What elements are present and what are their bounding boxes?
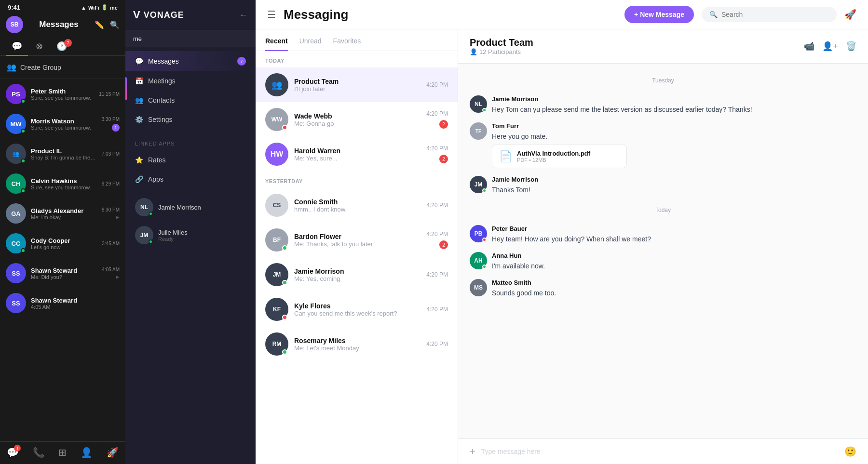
mobile-tab-history[interactable]: 🕐 7	[51, 37, 73, 55]
chat-input[interactable]	[481, 448, 839, 455]
vonage-contact[interactable]: JM Julie Miles Ready	[125, 221, 256, 249]
vonage-menu-meetings[interactable]: 📅 Meetings	[125, 71, 256, 91]
nav-contacts[interactable]: 👤	[81, 447, 93, 458]
vonage-menu-contacts[interactable]: 👥 Contacts	[125, 91, 256, 110]
list-item[interactable]: JM Jamie Morrison Me: Yes, coming 4:20 P…	[256, 257, 458, 292]
nav-rocket[interactable]: 🚀	[107, 447, 119, 458]
chat-participants: 12 Participants	[479, 48, 521, 55]
create-group-button[interactable]: 👥 Create Group	[0, 56, 125, 79]
nav-messages[interactable]: 💬 1	[7, 447, 19, 458]
list-item[interactable]: RM Rosemary Miles Me: Let's meet Monday …	[256, 327, 458, 361]
list-item[interactable]: MW Morris Watson Sure, see you tommorow.…	[0, 109, 125, 139]
avatar: SS	[6, 263, 26, 283]
vonage-section-label: LINKED APPS	[125, 133, 256, 150]
vonage-linked-rates[interactable]: ⭐ Rates	[125, 150, 256, 170]
avatar: JM	[135, 226, 153, 244]
vonage-messages-badge: 7	[237, 57, 246, 66]
avatar: TF	[470, 122, 487, 140]
create-group-label: Create Group	[20, 64, 61, 71]
add-participant-icon[interactable]: 👤+	[822, 41, 838, 52]
vonage-linked-label: Rates	[148, 156, 166, 164]
avatar: NL	[470, 95, 487, 113]
avatar: GA	[6, 203, 26, 224]
mobile-user: me	[110, 5, 118, 11]
new-message-button[interactable]: + New Message	[624, 6, 694, 23]
mobile-header: SB Messages ✏️ 🔍	[0, 13, 125, 37]
add-attachment-icon[interactable]: +	[470, 446, 475, 457]
chat-panel: Product Team 👤 12 Participants 📹 👤+ 🗑️ T…	[458, 29, 868, 464]
hamburger-icon[interactable]: ☰	[267, 9, 276, 20]
main-header: ☰ Messaging + New Message 🔍 🚀	[256, 0, 868, 29]
nav-calls[interactable]: 📞	[33, 447, 45, 458]
list-item[interactable]: CC Cody Cooper Let's go now 3:45 AM	[0, 228, 125, 258]
list-item[interactable]: CS Connie Smith hmm.. I dont know. 4:20 …	[256, 188, 458, 223]
search-icon[interactable]: 🔍	[110, 20, 120, 29]
vonage-contact[interactable]: NL Jamie Morrison	[125, 193, 256, 221]
vonage-menu-label: Meetings	[148, 77, 176, 85]
back-icon[interactable]: ←	[239, 10, 248, 20]
avatar: WW	[265, 108, 288, 131]
messaging-content: Recent Unread Favorites TODAY 👥 Product …	[256, 29, 868, 464]
search-input[interactable]	[721, 11, 818, 18]
list-item[interactable]: HW Harold Warren Me: Yes, sure... 4:20 P…	[256, 137, 458, 172]
avatar: CS	[265, 194, 288, 217]
chat-header: Product Team 👤 12 Participants 📹 👤+ 🗑️	[458, 29, 868, 64]
list-item[interactable]: BF Bardon Flower Me: Thanks, talk to you…	[256, 223, 458, 257]
mobile-panel: 9:41 ▲ WiFi 🔋 me SB Messages ✏️ 🔍 💬 ⊗ 🕐 …	[0, 0, 125, 464]
avatar: JM	[470, 176, 487, 193]
avatar: 👥	[6, 144, 26, 164]
file-attachment: 📄 AuthVia Introduction.pdf PDF • 12MB	[492, 145, 627, 168]
page-title: Messaging	[284, 7, 617, 22]
chat-messages: Tuesday NL Jamie Morrison Hey Tom can yu…	[458, 64, 868, 438]
mobile-tab-messages[interactable]: 💬	[6, 37, 28, 55]
emoji-icon[interactable]: 🙂	[844, 446, 856, 457]
yesterday-label: YESTERTDAY	[256, 172, 458, 188]
tab-unread[interactable]: Unread	[299, 37, 322, 51]
list-item[interactable]: CH Calvin Hawkins Sure, see you tommorow…	[0, 169, 125, 199]
list-item[interactable]: 👥 Product IL Shay B: I'm gonna be there …	[0, 139, 125, 169]
mobile-user-avatar: SB	[6, 16, 23, 33]
list-item[interactable]: PS Peter Smith Sure, see you tommorow. 1…	[0, 79, 125, 109]
tab-favorites[interactable]: Favorites	[333, 37, 361, 51]
mobile-bottom-nav: 💬 1 📞 ⊞ 👤 🚀	[0, 441, 125, 464]
vonage-menu-label: Messages	[148, 57, 179, 65]
list-item[interactable]: GA Gladys Alexander Me: I'm okay. 6:30 P…	[0, 199, 125, 228]
avatar: MW	[6, 114, 26, 134]
today-label: TODAY	[256, 51, 458, 67]
video-call-icon[interactable]: 📹	[804, 41, 814, 52]
vonage-linked-apps[interactable]: 🔗 Apps	[125, 170, 256, 189]
mobile-tab-layers[interactable]: ⊗	[30, 37, 49, 55]
vonage-contact-status: Ready	[158, 236, 188, 242]
vonage-menu-label: Contacts	[148, 96, 175, 104]
mobile-header-icons: ✏️ 🔍	[95, 20, 120, 29]
vonage-panel: V VONAGE ← me 💬 Messages 7 📅 Meetings 👥 …	[125, 0, 256, 464]
rocket-icon[interactable]: 🚀	[844, 9, 856, 20]
pdf-icon: 📄	[499, 150, 512, 163]
vonage-menu-settings[interactable]: ⚙️ Settings	[125, 110, 256, 129]
main-area: ☰ Messaging + New Message 🔍 🚀 Recent Unr…	[256, 0, 868, 464]
delete-icon[interactable]: 🗑️	[846, 41, 856, 52]
tab-recent[interactable]: Recent	[265, 37, 288, 51]
vonage-menu-messages[interactable]: 💬 Messages 7	[125, 51, 256, 71]
mobile-contact-list: PS Peter Smith Sure, see you tommorow. 1…	[0, 79, 125, 447]
list-item[interactable]: 👥 Product Team I'll join later 4:20 PM	[256, 67, 458, 102]
list-item[interactable]: SS Shawn Steward Me: Did you? 4:05 AM ▶	[0, 258, 125, 288]
vonage-header: V VONAGE ←	[125, 0, 256, 30]
nav-grid[interactable]: ⊞	[58, 447, 67, 458]
message-item: JM Jamie Morrison Thanks Tom!	[470, 176, 856, 195]
message-item: TF Tom Furr Here you go mate. 📄 AuthVia …	[470, 122, 856, 168]
compose-icon[interactable]: ✏️	[95, 20, 104, 29]
avatar: CC	[6, 233, 26, 253]
avatar: PB	[470, 225, 487, 242]
search-icon: 🔍	[709, 11, 718, 18]
avatar: SS	[6, 293, 26, 313]
avatar: AH	[470, 252, 487, 269]
conversation-tabs: Recent Unread Favorites	[256, 29, 458, 51]
list-item[interactable]: WW Wade Webb Me: Gonna go 4:20 PM 2	[256, 102, 458, 137]
chat-header-actions: 📹 👤+ 🗑️	[804, 41, 856, 52]
avatar: 👥	[265, 73, 288, 96]
list-item[interactable]: KF Kyle Flores Can you send me this week…	[256, 292, 458, 327]
message-item: AH Anna Hun I'm available now.	[470, 252, 856, 271]
list-item[interactable]: SS Shawn Steward 4:05 AM	[0, 288, 125, 318]
avatar: CH	[6, 173, 26, 194]
